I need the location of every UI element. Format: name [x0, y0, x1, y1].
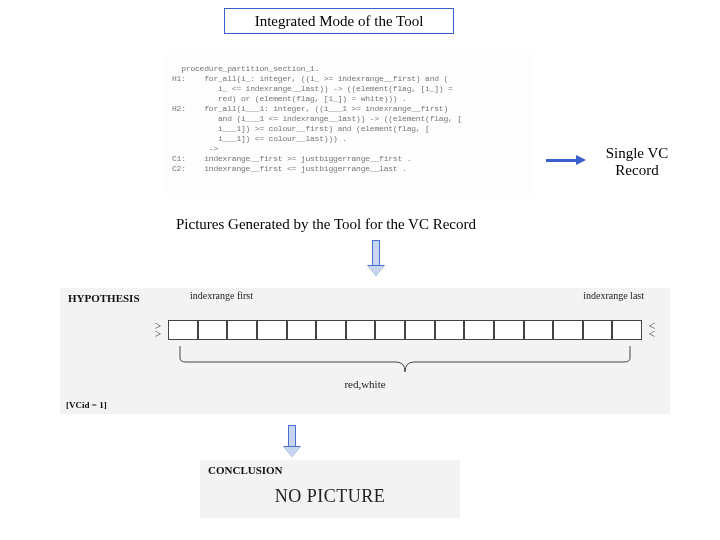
title-text: Integrated Mode of the Tool: [255, 13, 424, 30]
array-cell: [494, 320, 524, 340]
conclusion-panel: CONCLUSION NO PICTURE: [200, 460, 460, 518]
array-cell: [316, 320, 346, 340]
section-label: Pictures Generated by the Tool for the V…: [176, 216, 476, 233]
code-text: procedure_partition_section_1. H1: for_a…: [172, 64, 462, 173]
vcid-label: [VCid = 1]: [66, 400, 107, 410]
arrow-right-icon: [546, 155, 586, 165]
range-arrow-right-icon: <<: [642, 308, 660, 352]
single-vc-label: Single VC Record: [592, 145, 682, 180]
hypothesis-label: HYPOTHESIS: [68, 292, 140, 304]
hypothesis-panel: HYPOTHESIS indexrange first indexrange l…: [60, 288, 670, 414]
conclusion-label: CONCLUSION: [208, 464, 283, 476]
title-box: Integrated Mode of the Tool: [224, 8, 454, 34]
arrow-down-icon: [368, 240, 384, 276]
array-cell: [435, 320, 465, 340]
axis-label-last: indexrange last: [583, 290, 644, 301]
array-cell: [524, 320, 554, 340]
array-cell: [287, 320, 317, 340]
no-picture-message: NO PICTURE: [200, 486, 460, 507]
curly-brace-icon: [178, 344, 632, 378]
vc-code-block: procedure_partition_section_1. H1: for_a…: [166, 50, 534, 198]
array-cell: [405, 320, 435, 340]
array-cell: [346, 320, 376, 340]
array-cell: [612, 320, 642, 340]
array-cell: [464, 320, 494, 340]
array-cell: [553, 320, 583, 340]
array-cell: [227, 320, 257, 340]
array-cell: [168, 320, 198, 340]
array-cells-row: [168, 320, 642, 340]
brace-label: red,white: [60, 378, 670, 390]
arrow-down-icon: [284, 425, 300, 457]
range-arrow-left-icon: >>: [148, 308, 166, 352]
array-cell: [583, 320, 613, 340]
array-cell: [257, 320, 287, 340]
array-cell: [375, 320, 405, 340]
axis-label-first: indexrange first: [190, 290, 253, 301]
array-cell: [198, 320, 228, 340]
